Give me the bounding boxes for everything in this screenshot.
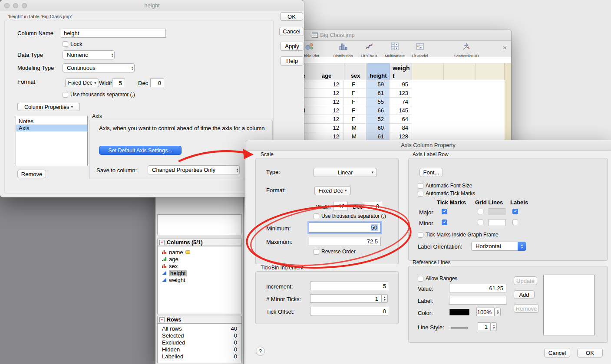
cell-height[interactable]: 59 [367,80,390,89]
dialog-help-button[interactable]: ? [256,347,265,356]
cell-sex[interactable]: F [344,89,367,98]
checkbox-box[interactable] [418,232,423,238]
checkbox-box[interactable] [63,92,68,98]
toolbar-button-fit-model[interactable]: Fit Model [400,42,439,58]
thousands-separator-checkbox[interactable]: Use thousands separator (,) [314,213,386,219]
red-triangle-icon[interactable]: ▼ [159,240,165,245]
cell-height[interactable]: 60 [367,124,390,132]
cell-weight[interactable]: 64 [390,115,412,124]
property-item-notes[interactable]: Notes [16,118,87,125]
cell-height[interactable]: 66 [367,106,390,115]
cell-age[interactable]: 12 [309,89,344,98]
ok-button[interactable]: OK [280,12,303,21]
remove-reference-button[interactable]: Remove [514,304,539,313]
cancel-button[interactable]: Cancel [279,27,304,36]
columns-panel-header[interactable]: ▼ Columns (5/1) [157,239,242,246]
zoom-icon[interactable] [22,3,27,8]
column-header-sex[interactable]: sex [344,63,367,80]
property-item-axis[interactable]: Axis [16,125,87,131]
line-style-sample[interactable] [451,328,468,328]
rows-panel-header[interactable]: ▼ Rows [157,316,242,323]
tick-offset-input[interactable]: 0 [310,307,389,315]
major-labels-checkbox[interactable] [512,209,518,214]
major-tick-marks-checkbox[interactable] [442,209,447,214]
cell-age[interactable]: 12 [309,115,344,124]
column-dialog-titlebar[interactable]: height [0,0,304,11]
increment-input[interactable]: 5 [310,282,389,290]
cell-weight[interactable]: 145 [390,106,412,115]
cell-age[interactable]: 12 [309,80,344,89]
cell-height[interactable]: 61 [367,89,390,98]
rows-stat-labelled[interactable]: Labelled0 [158,353,241,360]
save-to-column-select[interactable]: Changed Properties Only ▴▾ [148,165,240,174]
checkbox-box[interactable] [418,183,423,189]
cell-age[interactable]: 12 [309,124,344,132]
dec-input[interactable]: 0 [150,79,164,87]
column-item-sex[interactable]: sex [158,262,241,269]
minor-ticks-input[interactable]: 1 [310,294,381,303]
rows-stat-hidden[interactable]: Hidden0 [158,346,241,353]
axis-dialog-titlebar[interactable]: Axis Column Property [245,140,611,151]
scale-type-select[interactable]: Linear ▾ [314,168,377,177]
column-item-height[interactable]: height [158,269,241,276]
opacity-stepper[interactable]: ▴▾ [495,308,501,316]
rows-stat-excluded[interactable]: Excluded0 [158,339,241,346]
width-input[interactable]: 5 [112,79,125,87]
checkbox-box[interactable] [314,213,319,219]
column-name-input[interactable]: height [61,29,166,38]
update-reference-button[interactable]: Update [514,276,537,285]
cell-weight[interactable]: 123 [390,89,412,98]
color-swatch[interactable] [449,309,469,315]
modeling-type-select[interactable]: Continuous ▴▾ [63,63,135,72]
remove-property-button[interactable]: Remove [17,170,46,178]
cell-sex[interactable]: F [344,106,367,115]
red-triangle-icon[interactable]: ▼ [159,317,165,322]
column-header-weight[interactable]: weight [390,63,412,80]
rows-stat-all-rows[interactable]: All rows40 [158,325,241,332]
minor-tick-marks-checkbox[interactable] [442,220,447,225]
checkbox-box[interactable] [63,41,68,47]
column-header-age[interactable]: age [309,63,344,80]
toolbar-overflow-button[interactable]: » [503,43,506,51]
set-default-axis-settings-button[interactable]: Set Default Axis Settings... [99,146,182,155]
cell-height[interactable]: 55 [367,98,390,106]
cancel-button[interactable]: Cancel [544,348,570,357]
cell-age[interactable]: 12 [309,98,344,106]
reference-value-input[interactable]: 61.25 [449,284,506,292]
cell-age[interactable]: 12 [309,132,344,141]
minor-grid-style-field[interactable] [489,219,505,226]
line-width-stepper[interactable]: ▴▾ [491,322,497,331]
minor-ticks-stepper[interactable]: ▴▾ [381,294,388,303]
reference-lines-list[interactable] [543,275,594,335]
column-item-name[interactable]: name [158,249,241,256]
cell-height[interactable]: 61 [367,132,390,141]
ok-button[interactable]: OK [577,348,603,357]
cell-sex[interactable]: F [344,98,367,106]
allow-ranges-checkbox[interactable]: Allow Ranges [418,275,457,282]
cell-age[interactable]: 12 [309,106,344,115]
maximum-input[interactable]: 72.5 [309,237,381,246]
column-properties-button[interactable]: Column Properties ▾ [17,103,80,111]
apply-button[interactable]: Apply [280,42,304,51]
column-item-weight[interactable]: weight [158,276,241,283]
cell-weight[interactable]: 84 [390,124,412,132]
tick-marks-inside-checkbox[interactable]: Tick Marks Inside Graph Frame [418,232,499,238]
checkbox-box[interactable] [314,249,319,255]
automatic-tick-marks-checkbox[interactable]: Automatic Tick Marks [418,190,475,197]
format-select[interactable]: Fixed Dec ▾ [314,186,351,195]
close-icon[interactable] [4,3,10,8]
opacity-input[interactable]: 100% [476,308,495,316]
cell-weight[interactable]: 128 [390,132,412,141]
help-button[interactable]: Help [280,56,304,66]
minor-labels-checkbox[interactable] [512,220,518,225]
rows-stat-selected[interactable]: Selected0 [158,332,241,339]
reference-label-input[interactable] [449,296,506,305]
line-width-input[interactable]: 1 [478,322,491,331]
add-reference-button[interactable]: Add [514,290,535,299]
cell-height[interactable]: 52 [367,115,390,124]
column-header-height[interactable]: height [367,63,390,80]
automatic-font-size-checkbox[interactable]: Automatic Font Size [418,183,472,189]
dec-input[interactable]: 0 [364,202,382,210]
checkbox-box[interactable] [418,276,423,282]
toolbar-button-scatterplot-3d[interactable]: Scatterplot 3D [445,42,488,58]
